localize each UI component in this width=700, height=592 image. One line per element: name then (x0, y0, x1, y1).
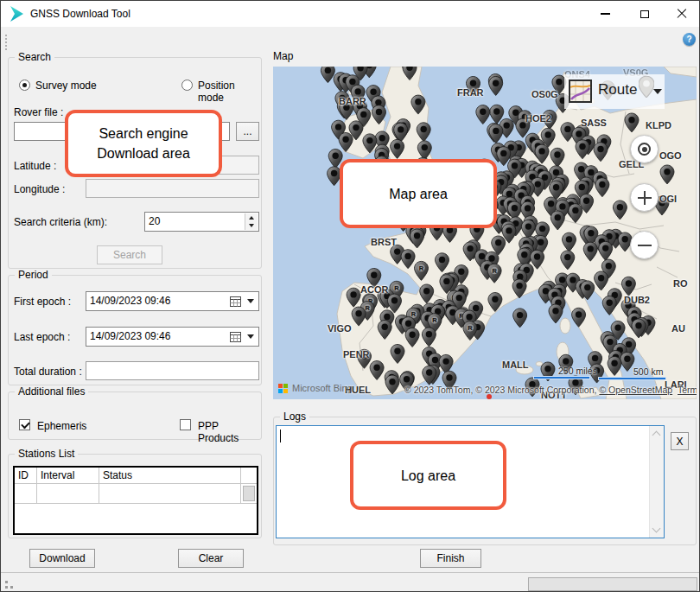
map-pin[interactable] (549, 304, 563, 323)
spinner-down-button[interactable] (245, 222, 258, 231)
first-epoch-picker[interactable]: 14/09/2023 09:46 (86, 291, 259, 311)
search-button[interactable]: Search (97, 245, 162, 264)
map-pin[interactable] (378, 321, 391, 340)
column-header-interval[interactable]: Interval (37, 468, 99, 483)
scroll-up-icon[interactable] (652, 431, 661, 440)
column-header-status[interactable]: Status (99, 468, 241, 483)
map-pin[interactable] (599, 241, 613, 260)
map-pin[interactable] (363, 134, 377, 153)
map-pin[interactable] (403, 67, 417, 80)
map-pin[interactable] (550, 211, 564, 230)
annotation-map-area: Map area (340, 159, 497, 228)
map-pin[interactable] (388, 294, 402, 313)
map-pin[interactable] (572, 308, 586, 327)
map-pin[interactable]: R (487, 264, 501, 283)
map-pin[interactable] (550, 148, 564, 167)
survey-mode-radio[interactable] (19, 80, 30, 91)
map-pin[interactable] (411, 95, 425, 114)
map-pin[interactable] (347, 288, 360, 307)
map-pin[interactable] (489, 124, 503, 143)
log-scrollbar[interactable] (649, 426, 664, 538)
ephemeris-checkbox[interactable] (19, 419, 30, 430)
map-pin[interactable] (422, 328, 436, 347)
map-pin[interactable] (576, 140, 589, 159)
map-pin[interactable]: R (415, 261, 429, 280)
map-pin[interactable] (621, 277, 635, 296)
osm-link[interactable]: © OpenStreetMap (599, 385, 672, 395)
spinner-up-button[interactable] (245, 213, 258, 222)
map-pin[interactable] (410, 229, 424, 248)
close-button[interactable] (662, 1, 700, 27)
column-header-id[interactable]: ID (15, 468, 37, 483)
additional-files-group: Additional files Ephemeris PPP Products (8, 391, 262, 440)
terms-link[interactable]: Terms (678, 385, 697, 395)
map-pin[interactable] (660, 165, 674, 184)
map-pin[interactable] (513, 309, 527, 328)
dropdown-caret-icon[interactable] (247, 299, 254, 303)
map-pin[interactable] (625, 113, 639, 132)
toolstrip-grip[interactable] (5, 35, 8, 52)
map-pin[interactable] (602, 296, 616, 315)
map-pin[interactable] (594, 143, 608, 162)
map-pin[interactable] (391, 139, 404, 158)
map-copyright: © 2023 TomTom, © 2023 Microsoft Corporat… (404, 385, 697, 395)
map-pin[interactable] (476, 105, 490, 124)
map-pin[interactable] (569, 204, 582, 223)
map-pin[interactable] (391, 345, 404, 364)
map-pin[interactable] (436, 253, 449, 272)
zoom-in-button[interactable] (630, 183, 659, 212)
scroll-down-icon[interactable] (652, 525, 661, 533)
map-pin[interactable] (352, 307, 366, 326)
stations-table[interactable]: ID Interval Status (13, 466, 258, 535)
map-pin[interactable] (420, 284, 434, 303)
map-pin[interactable] (385, 375, 399, 394)
dropdown-caret-icon[interactable] (247, 334, 254, 339)
map-pin[interactable] (561, 251, 575, 270)
map-pin[interactable] (595, 178, 609, 197)
help-icon[interactable]: ? (683, 33, 696, 46)
map-pin[interactable] (417, 141, 431, 160)
status-bar (1, 572, 699, 592)
map-pin[interactable] (370, 361, 384, 380)
route-dropdown-caret-icon[interactable] (653, 89, 662, 94)
clear-button[interactable]: Clear (178, 549, 244, 568)
map-pin[interactable] (583, 242, 597, 261)
ppp-products-checkbox[interactable] (180, 419, 191, 430)
row-button[interactable] (243, 486, 255, 501)
table-row[interactable] (15, 484, 257, 504)
map-pin[interactable] (512, 279, 526, 298)
map-pin[interactable] (489, 77, 503, 96)
map-pin[interactable] (339, 133, 353, 152)
clear-logs-button[interactable]: X (671, 432, 689, 450)
map-pin[interactable] (417, 123, 430, 142)
position-mode-radio[interactable] (181, 80, 193, 91)
map-pin[interactable]: R (463, 321, 477, 341)
download-button[interactable]: Download (29, 549, 95, 568)
map-pin[interactable] (401, 250, 415, 269)
map-pin[interactable] (488, 293, 502, 312)
map-pin[interactable] (405, 328, 419, 347)
map-pin[interactable] (394, 123, 408, 142)
map-pin[interactable] (563, 232, 576, 251)
map-pin[interactable] (372, 105, 386, 124)
last-epoch-picker[interactable]: 14/09/2023 09:46 (86, 327, 259, 347)
map-pin[interactable] (521, 220, 535, 239)
map-pin[interactable] (321, 67, 334, 83)
map-pin[interactable] (535, 144, 549, 163)
map-pin[interactable] (613, 201, 627, 220)
map-area[interactable]: RRRRRRRRRRRR ONS4VS0GBARRFRAROS0GHOE2SAS… (273, 67, 697, 399)
locate-button[interactable] (630, 135, 659, 163)
route-style-panel[interactable]: Route (564, 74, 665, 109)
finish-button[interactable]: Finish (420, 549, 481, 568)
search-group-label: Search (15, 51, 54, 63)
map-pin[interactable] (620, 353, 634, 372)
minimize-button[interactable] (586, 1, 625, 27)
maximize-button[interactable] (625, 1, 664, 27)
browse-button[interactable]: ... (236, 122, 259, 141)
zoom-out-button[interactable] (630, 231, 659, 259)
search-criteria-spinner[interactable]: 20 (144, 212, 259, 232)
map-pin[interactable] (595, 271, 608, 290)
svg-text:R: R (411, 311, 417, 319)
map-pin[interactable] (632, 319, 646, 338)
map-pin[interactable] (608, 357, 621, 376)
